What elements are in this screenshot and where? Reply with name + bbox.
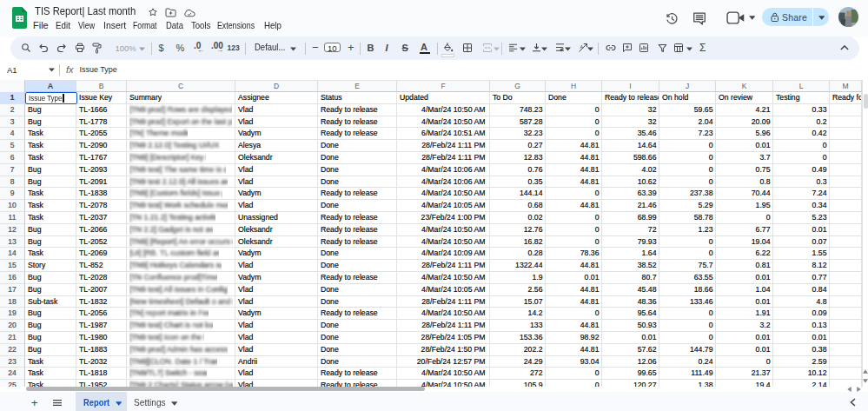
svg-text:A: A [580,43,583,49]
